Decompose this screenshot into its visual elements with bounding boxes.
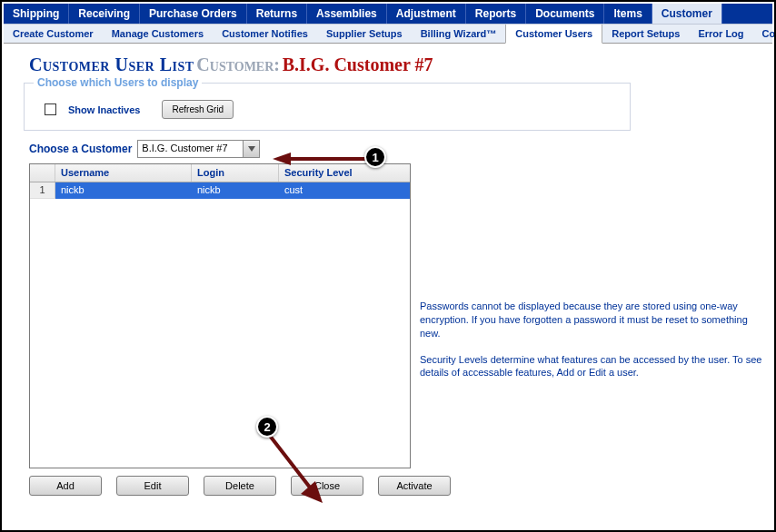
annotation-badge-2: 2: [256, 416, 278, 438]
topnav-customer[interactable]: Customer: [652, 4, 722, 24]
sub-nav: Create Customer Manage Customers Custome…: [4, 24, 772, 44]
topnav-purchase-orders[interactable]: Purchase Orders: [140, 4, 247, 24]
choose-customer-value: B.I.G. Customer #7: [138, 141, 243, 157]
topnav-assemblies[interactable]: Assemblies: [307, 4, 387, 24]
annotation-badge-1: 1: [364, 146, 386, 168]
top-nav: Shipping Receiving Purchase Orders Retur…: [4, 4, 772, 24]
filter-panel: Choose which Users to display Show Inact…: [24, 83, 631, 131]
delete-button[interactable]: Delete: [204, 476, 276, 496]
col-login[interactable]: Login: [192, 164, 279, 182]
subnav-error-log[interactable]: Error Log: [689, 25, 752, 43]
page-title: Customer User List Customer: B.I.G. Cust…: [4, 44, 772, 79]
info-para-2: Security Levels determine what features …: [420, 353, 763, 380]
chevron-down-icon: [243, 141, 259, 157]
info-text: Passwords cannot be displayed because th…: [420, 300, 763, 392]
row-number: 1: [30, 182, 55, 199]
info-para-1: Passwords cannot be displayed because th…: [420, 300, 763, 340]
close-button[interactable]: Close: [291, 476, 363, 496]
action-buttons: Add Edit Delete Close Activate: [29, 476, 772, 496]
choose-customer-dropdown[interactable]: B.I.G. Customer #7: [137, 140, 260, 158]
add-button[interactable]: Add: [29, 476, 102, 496]
topnav-receiving[interactable]: Receiving: [69, 4, 140, 24]
topnav-returns[interactable]: Returns: [247, 4, 307, 24]
subnav-connect[interactable]: Connect: [753, 25, 776, 43]
subnav-create-customer[interactable]: Create Customer: [4, 25, 103, 43]
topnav-items[interactable]: Items: [604, 4, 652, 24]
filter-legend: Choose which Users to display: [34, 76, 202, 89]
col-username[interactable]: Username: [55, 164, 192, 182]
cell-login: nickb: [192, 182, 279, 199]
activate-button[interactable]: Activate: [378, 476, 451, 496]
topnav-shipping[interactable]: Shipping: [4, 4, 69, 24]
subnav-manage-customers[interactable]: Manage Customers: [103, 25, 213, 43]
col-security[interactable]: Security Level: [279, 164, 410, 182]
page-title-customer: B.I.G. Customer #7: [283, 54, 433, 74]
choose-customer-label: Choose a Customer: [29, 143, 132, 155]
grid-header: Username Login Security Level: [30, 164, 410, 182]
svg-marker-0: [248, 146, 255, 152]
topnav-adjustment[interactable]: Adjustment: [387, 4, 466, 24]
subnav-customer-users[interactable]: Customer Users: [505, 25, 602, 44]
edit-button[interactable]: Edit: [116, 476, 189, 496]
subnav-customer-notifies[interactable]: Customer Notifies: [213, 25, 317, 43]
show-inactives-checkbox[interactable]: [45, 103, 56, 115]
show-inactives-label: Show Inactives: [68, 104, 140, 115]
cell-username: nickb: [55, 182, 192, 199]
topnav-reports[interactable]: Reports: [466, 4, 526, 24]
topnav-documents[interactable]: Documents: [526, 4, 604, 24]
users-grid[interactable]: Username Login Security Level 1 nickb ni…: [29, 163, 411, 468]
subnav-report-setups[interactable]: Report Setups: [602, 25, 689, 43]
refresh-grid-button[interactable]: Refresh Grid: [162, 100, 234, 119]
subnav-billing-wizard[interactable]: Billing Wizard™: [412, 25, 506, 43]
page-title-main: Customer User List: [29, 54, 194, 74]
choose-customer-row: Choose a Customer B.I.G. Customer #7: [29, 140, 772, 158]
page-title-sublabel: Customer:: [196, 54, 280, 74]
subnav-supplier-setups[interactable]: Supplier Setups: [317, 25, 412, 43]
cell-security: cust: [279, 182, 410, 199]
table-row[interactable]: 1 nickb nickb cust: [30, 182, 410, 199]
